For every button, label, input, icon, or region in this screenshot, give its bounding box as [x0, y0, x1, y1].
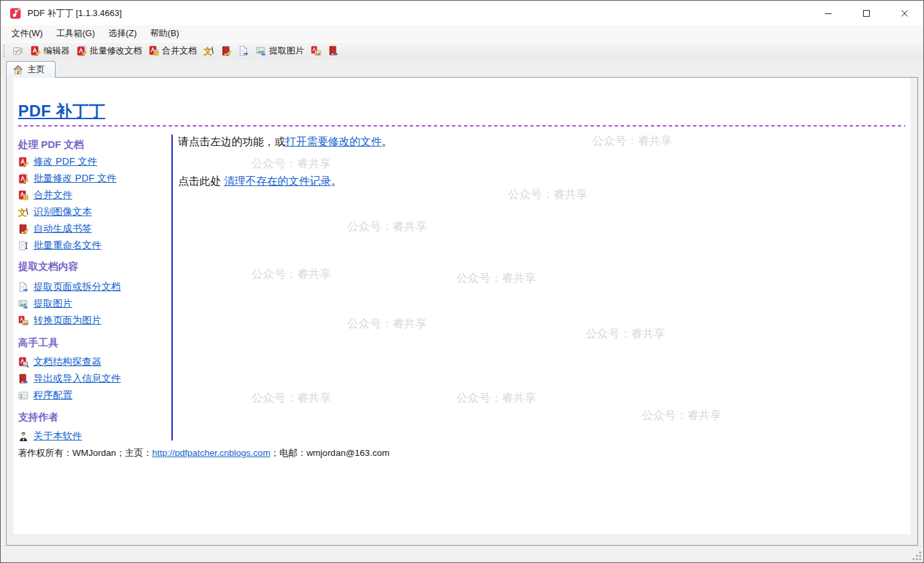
- tab-home-label: 主页: [27, 64, 45, 76]
- image-export-icon: [18, 299, 29, 309]
- minimize-button[interactable]: [809, 1, 847, 25]
- config-icon: [18, 390, 29, 401]
- copyright-line: 著作权所有：WMJordan；主页：http://pdfpatcher.cnbl…: [18, 447, 390, 459]
- sidebar-section-expert-tools: 高手工具 文档结构探查器 导出或导入信息文件 程序配置: [18, 335, 171, 404]
- watermark-text: 公众号：睿共享: [348, 316, 427, 331]
- sidebar-item-extract-images[interactable]: 提取图片: [18, 295, 171, 312]
- sidebar-item-label[interactable]: 批量修改 PDF 文件: [33, 172, 117, 185]
- watermark-text: 公众号：睿共享: [642, 408, 722, 423]
- copyright-text: 著作权所有：WMJordan；主页：: [18, 448, 152, 458]
- page-export-icon: [18, 282, 29, 293]
- sidebar-section-support-author: 支持作者 关于本软件: [18, 409, 171, 445]
- pdf-edit-icon: [30, 46, 41, 56]
- homepage-link[interactable]: http://pdfpatcher.cnblogs.com: [152, 448, 270, 458]
- maximize-button[interactable]: [847, 1, 885, 25]
- hint-line-open-file: 请点击左边的功能，或打开需要修改的文件。: [178, 135, 392, 149]
- toolbar-batch-modify-button[interactable]: 批量修改文档: [74, 44, 145, 58]
- section-header: 支持作者: [18, 409, 171, 426]
- sidebar-item-import-export-info[interactable]: 导出或导入信息文件: [18, 370, 171, 387]
- title-bar: PDF 补丁丁 [1.1.3.4663]: [1, 1, 923, 25]
- rename-icon: [18, 240, 29, 251]
- section-header: 提取文档内容: [18, 258, 171, 275]
- menu-select[interactable]: 选择(Z): [102, 25, 144, 42]
- ocr-icon: [18, 207, 29, 218]
- menu-toolbox[interactable]: 工具箱(G): [50, 25, 102, 42]
- watermark-text: 公众号：睿共享: [457, 390, 536, 406]
- close-button[interactable]: [885, 1, 923, 25]
- dashed-separator: [18, 125, 905, 127]
- toolbar-extract-images-button[interactable]: 提取图片: [253, 44, 307, 58]
- watermark-text: 公众号：睿共享: [252, 390, 331, 406]
- toolbar-multi-select-toggle[interactable]: [10, 44, 26, 58]
- toolbar-render-pages-button[interactable]: [308, 44, 324, 58]
- watermark-text: 公众号：睿共享: [457, 270, 536, 286]
- app-logo-icon: [9, 7, 21, 19]
- sidebar-item-label[interactable]: 提取图片: [33, 297, 72, 310]
- toolbar-extract-pages-button[interactable]: [236, 44, 252, 58]
- hint-line-clean-history: 点击此处 清理不存在的文件记录。: [178, 175, 341, 189]
- home-icon: [13, 64, 23, 75]
- toolbar-editor-button[interactable]: 编辑器: [27, 44, 72, 58]
- sidebar-item-render-pages[interactable]: 转换页面为图片: [18, 312, 171, 329]
- copyright-text: ；电邮：: [271, 448, 307, 458]
- toolbar-merge-label: 合并文档: [162, 45, 197, 57]
- image-export-icon: [256, 46, 266, 56]
- sidebar-item-label[interactable]: 自动生成书签: [33, 222, 92, 235]
- menu-help[interactable]: 帮助(B): [143, 25, 185, 42]
- home-tab-panel: PDF 补丁丁 处理 PDF 文档 修改 PDF 文件 批量修改 PDF 文件 …: [6, 77, 918, 546]
- info-export-icon: [328, 46, 339, 56]
- sidebar-item-merge-files[interactable]: 合并文件: [18, 187, 171, 204]
- toolbar-merge-button[interactable]: 合并文档: [146, 44, 200, 58]
- tab-home[interactable]: 主页: [6, 61, 56, 78]
- watermark-text: 公众号：睿共享: [586, 326, 666, 341]
- sidebar-item-app-config[interactable]: 程序配置: [18, 387, 171, 404]
- sidebar-item-label[interactable]: 导出或导入信息文件: [33, 372, 121, 385]
- window-title: PDF 补丁丁 [1.1.3.4663]: [27, 7, 122, 19]
- sidebar-item-extract-pages[interactable]: 提取页面或拆分文档: [18, 278, 171, 295]
- pdf-batch-icon: [18, 173, 29, 184]
- sidebar-item-label[interactable]: 程序配置: [33, 389, 72, 402]
- sidebar-item-label[interactable]: 提取页面或拆分文档: [33, 280, 121, 293]
- sidebar-item-label[interactable]: 转换页面为图片: [33, 314, 102, 327]
- clean-history-link[interactable]: 清理不存在的文件记录: [224, 175, 331, 187]
- sidebar-item-modify-pdf[interactable]: 修改 PDF 文件: [18, 153, 171, 170]
- hint-text: 点击此处: [178, 175, 224, 187]
- pdf-to-image-icon: [311, 46, 321, 56]
- sidebar-item-batch-modify-pdf[interactable]: 批量修改 PDF 文件: [18, 170, 171, 187]
- inspector-icon: [18, 357, 29, 368]
- tab-strip: 主页: [1, 60, 923, 77]
- toolbar-ocr-button[interactable]: [201, 44, 217, 58]
- open-file-link[interactable]: 打开需要修改的文件: [285, 136, 382, 147]
- merge-icon: [149, 46, 159, 56]
- sidebar-item-structure-inspector[interactable]: 文档结构探查器: [18, 353, 171, 370]
- watermark-text: 公众号：睿共享: [508, 187, 588, 202]
- sidebar-item-label[interactable]: 文档结构探查器: [33, 355, 102, 368]
- sidebar-section-extract-content: 提取文档内容 提取页面或拆分文档 提取图片 转换页面为图片: [18, 258, 171, 329]
- sidebar-item-batch-rename[interactable]: 批量重命名文件: [18, 237, 171, 254]
- page-export-icon: [238, 46, 249, 56]
- info-export-icon: [18, 374, 29, 384]
- section-header: 处理 PDF 文档: [18, 137, 171, 153]
- sidebar-item-label[interactable]: 批量重命名文件: [33, 239, 102, 252]
- person-icon: [18, 431, 29, 442]
- email-text: wmjordan@163.com: [307, 448, 390, 458]
- toolbar-gripper[interactable]: [3, 45, 7, 57]
- sidebar-item-label[interactable]: 合并文件: [33, 189, 72, 202]
- sidebar-item-ocr[interactable]: 识别图像文本: [18, 204, 171, 220]
- bookmark-icon: [18, 224, 29, 234]
- sidebar-item-label[interactable]: 修改 PDF 文件: [33, 155, 97, 168]
- menu-bar: 文件(W) 工具箱(G) 选择(Z) 帮助(B): [1, 25, 923, 42]
- watermark-text: 公众号：睿共享: [252, 266, 331, 282]
- page-title-link[interactable]: PDF 补丁丁: [18, 100, 105, 122]
- sidebar-item-label[interactable]: 识别图像文本: [33, 206, 92, 218]
- resize-grip[interactable]: [913, 552, 922, 561]
- sidebar-item-about[interactable]: 关于本软件: [18, 428, 171, 445]
- toolbar-bookmark-button[interactable]: [218, 44, 234, 58]
- checkbox-icon: [13, 46, 23, 56]
- sidebar-item-label[interactable]: 关于本软件: [33, 430, 82, 443]
- toolbar-export-info-button[interactable]: [325, 44, 341, 58]
- sidebar-item-auto-bookmark[interactable]: 自动生成书签: [18, 220, 171, 237]
- window-controls: [809, 1, 923, 25]
- menu-file[interactable]: 文件(W): [5, 25, 50, 42]
- watermark-text: 公众号：睿共享: [252, 156, 331, 171]
